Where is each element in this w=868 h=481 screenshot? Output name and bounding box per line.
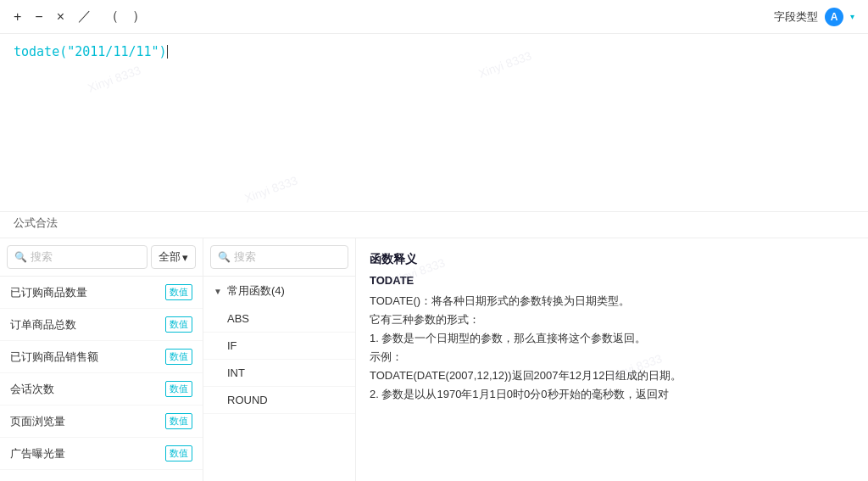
- field-tag: 数值: [165, 284, 192, 300]
- field-name: 已订购商品数量: [10, 285, 87, 300]
- functions-search-input-wrap[interactable]: 🔍 搜索: [210, 245, 348, 269]
- op-open-paren[interactable]: （: [105, 8, 119, 25]
- fields-filter-button[interactable]: 全部 ▾: [151, 245, 196, 269]
- docs-example-label: 示例：: [370, 348, 854, 366]
- formula-editor[interactable]: todate("2011/11/11"): [0, 34, 868, 212]
- op-divide[interactable]: ／: [78, 8, 92, 25]
- op-minus[interactable]: −: [35, 9, 42, 25]
- functions-panel: 🔍 搜索 ▼ 常用函数(4) ABS IF INT ROUND: [203, 238, 356, 481]
- functions-list: ▼ 常用函数(4) ABS IF INT ROUND: [203, 277, 355, 481]
- op-plus[interactable]: +: [14, 9, 21, 25]
- fields-list: 已订购商品数量 数值 订单商品总数 数值 已订购商品销售额 数值 会话次数 数值…: [0, 277, 203, 481]
- toolbar: + − × ／ （ ） 字段类型 A ▾: [0, 0, 868, 34]
- field-type-dropdown-arrow[interactable]: ▾: [850, 12, 854, 21]
- formula-valid-text: 公式合法: [14, 216, 58, 229]
- field-item[interactable]: 已订购商品数量 数值: [0, 277, 203, 309]
- field-item[interactable]: 订单商品总数 数值: [0, 309, 203, 341]
- docs-description: TODATE()：将各种日期形式的参数转换为日期类型。: [370, 292, 854, 310]
- fields-search-bar: 🔍 搜索 全部 ▾: [0, 238, 203, 277]
- field-name: 已订购商品销售额: [10, 350, 98, 365]
- field-tag: 数值: [165, 381, 192, 397]
- bottom-panel: 🔍 搜索 全部 ▾ 已订购商品数量 数值 订单商品总数 数值 已订购商品销售额 …: [0, 238, 868, 481]
- formula-string: "2011/11/11": [67, 44, 159, 59]
- docs-form2: 2. 参数是以从1970年1月1日0时0分0秒开始的毫秒数，返回对: [370, 385, 854, 404]
- functions-search-placeholder: 搜索: [234, 249, 256, 265]
- func-item-if[interactable]: IF: [203, 333, 355, 360]
- field-name: 订单商品总数: [10, 317, 76, 333]
- field-name: 会话次数: [10, 382, 54, 397]
- fields-search-icon: 🔍: [14, 251, 27, 263]
- field-tag: 数值: [165, 413, 192, 429]
- func-item-abs[interactable]: ABS: [203, 305, 355, 333]
- field-type-badge[interactable]: A: [825, 8, 843, 26]
- formula-status: 公式合法: [0, 212, 868, 238]
- docs-func-name: TODATE: [370, 274, 854, 287]
- func-group-arrow: ▼: [214, 287, 222, 296]
- fields-filter-label: 全部: [159, 249, 181, 265]
- func-item-round[interactable]: ROUND: [203, 387, 355, 414]
- docs-title: 函数释义: [370, 252, 854, 267]
- field-name: 广告曝光量: [10, 446, 65, 461]
- field-tag: 数值: [165, 445, 192, 461]
- functions-search-bar: 🔍 搜索: [203, 238, 355, 277]
- docs-forms-title: 它有三种参数的形式：: [370, 310, 854, 329]
- field-tag: 数值: [165, 349, 192, 365]
- field-type-label: 字段类型: [774, 9, 818, 25]
- formula-close: ): [159, 44, 167, 59]
- fields-filter-arrow: ▾: [182, 251, 188, 264]
- fields-search-input-wrap[interactable]: 🔍 搜索: [7, 245, 147, 269]
- field-item[interactable]: 已订购商品销售额 数值: [0, 341, 203, 373]
- docs-panel: 函数释义 TODATE TODATE()：将各种日期形式的参数转换为日期类型。 …: [356, 238, 868, 481]
- op-close-paren[interactable]: ）: [132, 8, 146, 25]
- functions-search-icon: 🔍: [218, 251, 231, 263]
- field-tag: 数值: [165, 316, 192, 333]
- field-item[interactable]: 广告曝光量 数值: [0, 438, 203, 470]
- docs-example1: TODATE(DATE(2007,12,12))返回2007年12月12日组成的…: [370, 366, 854, 385]
- func-item-int[interactable]: INT: [203, 360, 355, 387]
- formula-function: todate(: [14, 44, 67, 59]
- field-item[interactable]: 页面浏览量 数值: [0, 405, 203, 438]
- docs-form1: 1. 参数是一个日期型的参数，那么直接将这个参数返回。: [370, 329, 854, 348]
- formula-display: todate("2011/11/11"): [14, 44, 854, 59]
- field-item[interactable]: 会话次数 数值: [0, 373, 203, 405]
- fields-panel: 🔍 搜索 全部 ▾ 已订购商品数量 数值 订单商品总数 数值 已订购商品销售额 …: [0, 238, 203, 481]
- func-group-header[interactable]: ▼ 常用函数(4): [203, 277, 355, 305]
- func-group-name: 常用函数(4): [227, 283, 285, 299]
- cursor: [167, 45, 168, 59]
- toolbar-right: 字段类型 A ▾: [774, 8, 854, 26]
- fields-search-placeholder: 搜索: [31, 249, 53, 265]
- toolbar-operators: + − × ／ （ ）: [14, 8, 146, 25]
- op-multiply[interactable]: ×: [57, 9, 64, 25]
- field-name: 页面浏览量: [10, 414, 65, 429]
